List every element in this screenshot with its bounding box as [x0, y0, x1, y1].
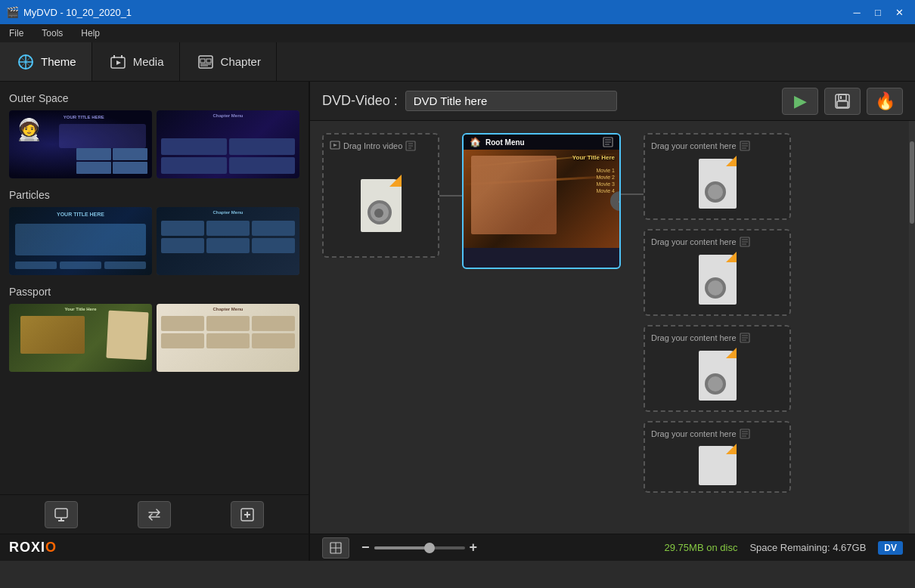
- passport-title: Passport: [9, 286, 299, 298]
- particles-card-1[interactable]: Your Title Here: [9, 207, 152, 275]
- add-button[interactable]: [231, 501, 264, 528]
- passport-card-2[interactable]: Chapter Menu: [157, 304, 299, 372]
- content-area: Drag Intro video: [310, 121, 915, 534]
- chapter-label: Chapter: [221, 55, 261, 68]
- dvd-title-input[interactable]: [405, 91, 617, 111]
- menu-file[interactable]: File: [6, 26, 26, 40]
- theme-label: Theme: [41, 55, 76, 68]
- outer-space-grid: 🧑‍🚀 Your Title Here Chapter Menu: [9, 110, 299, 178]
- root-menu-settings-icon: [603, 137, 613, 147]
- menu-tools[interactable]: Tools: [39, 26, 66, 40]
- disc-usage: 29.75MB on disc: [665, 542, 738, 553]
- theme-icon: [15, 51, 36, 73]
- toolbar-media[interactable]: Media: [92, 42, 180, 81]
- right-panel: DVD-Video : ▶ 🔥: [310, 82, 915, 561]
- dvd-format-label: DVD-Video :: [322, 93, 398, 109]
- media-label: Media: [133, 55, 164, 68]
- content-items-column: Drag your content here: [644, 133, 791, 493]
- svg-rect-18: [837, 101, 848, 107]
- content-label-3: Drag your content here: [651, 333, 737, 342]
- dvd-header: DVD-Video : ▶ 🔥: [310, 82, 915, 121]
- zoom-fill: [374, 546, 429, 549]
- window-controls: ─ □ ✕: [847, 5, 909, 20]
- content-label-4: Drag your content here: [651, 429, 737, 438]
- root-menu-overlay-title: Your Title Here: [572, 154, 615, 161]
- zoom-slider[interactable]: [374, 546, 465, 549]
- dvd-badge: DV: [878, 541, 903, 555]
- svg-rect-12: [55, 509, 67, 518]
- connector-area: [621, 156, 644, 195]
- intro-label: Drag Intro video: [343, 141, 402, 150]
- intro-settings-icon: [405, 141, 416, 151]
- main-area: Outer Space 🧑‍🚀 Your Title Here: [0, 82, 915, 561]
- content-drop-zone-3[interactable]: Drag your content here: [644, 325, 791, 412]
- window-title: MyDVD - 10_20_2020_1: [23, 7, 847, 18]
- maximize-button[interactable]: □: [868, 5, 888, 20]
- svg-rect-19: [840, 96, 842, 99]
- zoom-in-button[interactable]: +: [470, 540, 478, 556]
- root-menu-title: Root Menu: [485, 138, 525, 147]
- svg-rect-17: [839, 94, 846, 101]
- svg-rect-9: [206, 59, 211, 63]
- content-settings-icon-1: [740, 141, 750, 151]
- menu-help[interactable]: Help: [78, 26, 103, 40]
- intro-icon: [330, 141, 340, 151]
- dvd-header-actions: ▶ 🔥: [782, 88, 903, 115]
- layout-button[interactable]: [322, 537, 349, 559]
- root-menu-items: Movie 1 Movie 2 Movie 3 Movie 4: [596, 168, 615, 193]
- svg-marker-4: [116, 60, 121, 65]
- content-settings-icon-3: [740, 333, 750, 343]
- passport-card-1[interactable]: Your Title Here: [9, 304, 152, 372]
- content-drop-zone-2[interactable]: Drag your content here: [644, 229, 791, 316]
- status-bar: − + 29.75MB on disc Space Remaining: 4.6…: [310, 534, 915, 561]
- minimize-button[interactable]: ─: [847, 5, 867, 20]
- content-label-1: Drag your content here: [651, 141, 737, 150]
- right-scrollbar[interactable]: [909, 121, 915, 534]
- intro-drop-zone[interactable]: Drag Intro video: [322, 133, 439, 258]
- connector-line-1: [439, 195, 462, 197]
- app-icon: 🎬: [6, 6, 19, 18]
- outer-space-card-1[interactable]: 🧑‍🚀 Your Title Here: [9, 110, 152, 178]
- chapter-icon: [195, 51, 216, 73]
- particles-title: Particles: [9, 189, 299, 201]
- home-icon: 🏠: [470, 137, 481, 147]
- left-bottom-toolbar: [0, 494, 309, 534]
- content-settings-icon-4: [740, 429, 750, 439]
- zoom-control: − +: [361, 540, 477, 556]
- roxio-text: ROXIO: [9, 540, 57, 556]
- svg-rect-7: [199, 56, 212, 68]
- swap-button[interactable]: [138, 501, 171, 528]
- content-drop-zone-4[interactable]: Drag your content here: [644, 421, 791, 493]
- theme-list: Outer Space 🧑‍🚀 Your Title Here: [0, 82, 309, 494]
- outer-space-title: Outer Space: [9, 92, 299, 104]
- right-scrollbar-thumb: [910, 141, 914, 224]
- content-settings-icon-2: [740, 237, 750, 247]
- passport-grid: Your Title Here Chapter Menu: [9, 304, 299, 372]
- zoom-out-button[interactable]: −: [361, 540, 370, 556]
- toolbar-chapter[interactable]: Chapter: [180, 42, 277, 81]
- main-toolbar: Theme Media Chapter: [0, 42, 915, 82]
- svg-marker-21: [333, 144, 337, 147]
- media-icon: [107, 51, 129, 73]
- left-panel: Outer Space 🧑‍🚀 Your Title Here: [0, 82, 310, 561]
- particles-card-2[interactable]: Chapter Menu: [157, 207, 299, 275]
- connector-h-line: [621, 193, 644, 195]
- content-label-2: Drag your content here: [651, 237, 737, 246]
- title-bar: 🎬 MyDVD - 10_20_2020_1 ─ □ ✕: [0, 0, 915, 24]
- import-button[interactable]: [45, 501, 78, 528]
- close-button[interactable]: ✕: [889, 5, 909, 20]
- outer-space-card-2[interactable]: Chapter Menu: [157, 110, 299, 178]
- roxio-dot: O: [45, 540, 57, 555]
- roxio-logo: ROXIO: [0, 534, 309, 561]
- menu-bar: File Tools Help: [0, 24, 915, 42]
- particles-grid: Your Title Here Chapter Menu: [9, 207, 299, 275]
- svg-rect-8: [200, 59, 205, 63]
- burn-button[interactable]: 🔥: [867, 88, 903, 115]
- root-menu-card[interactable]: 🏠 Root Menu: [462, 133, 621, 269]
- space-remaining: Space Remaining: 4.67GB: [749, 542, 866, 553]
- content-drop-zone-1[interactable]: Drag your content here: [644, 133, 791, 220]
- toolbar-theme[interactable]: Theme: [0, 42, 92, 81]
- zoom-thumb[interactable]: [424, 543, 435, 553]
- play-button[interactable]: ▶: [782, 88, 818, 115]
- save-button[interactable]: [824, 88, 861, 115]
